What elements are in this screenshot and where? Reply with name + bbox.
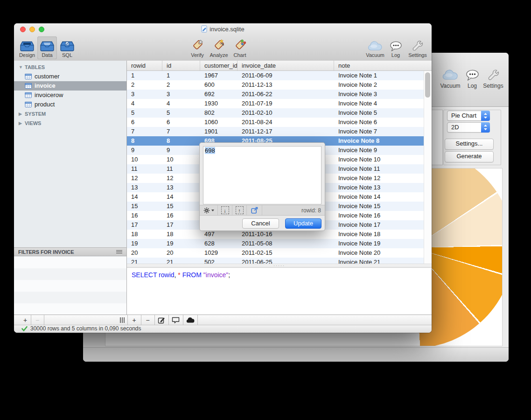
cell-id[interactable]: 1 (162, 71, 200, 80)
cell-note[interactable]: Invoice Note 1 (334, 71, 424, 80)
cell-note[interactable]: Invoice Note 12 (334, 174, 424, 183)
cell-note[interactable]: Invoice Note 15 (334, 202, 424, 211)
pane-resize-grip[interactable] (118, 315, 127, 325)
cell-note[interactable]: Invoice Note 8 (334, 136, 424, 146)
cell-note[interactable]: Invoice Note 5 (334, 108, 424, 118)
cell-invoice-date[interactable]: 2011-08-24 (238, 118, 334, 127)
cell-rowid[interactable]: 7 (127, 127, 162, 136)
table-row[interactable]: 202010292011-02-15Invoice Note 20 (127, 248, 424, 258)
cell-rowid[interactable]: 5 (127, 108, 162, 118)
cell-rowid[interactable]: 3 (127, 90, 162, 99)
cell-id[interactable]: 17 (162, 220, 200, 230)
cell-id[interactable]: 3 (162, 90, 200, 99)
design-button[interactable]: Design (17, 36, 37, 59)
remove-filter-button[interactable]: − (31, 315, 43, 325)
cell-rowid[interactable]: 2 (127, 80, 162, 90)
chart-generate-button[interactable]: Generate (445, 151, 494, 162)
log-button[interactable]: Log (386, 36, 405, 59)
cell-id[interactable]: 15 (162, 202, 200, 211)
column-header-customer-id[interactable]: customer_id (200, 61, 238, 70)
cell-customer-id[interactable]: 628 (200, 239, 238, 248)
cell-customer-id[interactable]: 1901 (200, 127, 238, 136)
vertical-scrollbar[interactable] (424, 71, 432, 264)
update-button[interactable]: Update (285, 218, 321, 229)
cell-customer-id[interactable]: 502 (200, 258, 238, 264)
cell-rowid[interactable]: 15 (127, 202, 162, 211)
disclosure-closed-icon[interactable]: ▶ (19, 109, 22, 119)
import-value-button[interactable]: ↓ (218, 205, 232, 215)
cell-customer-id[interactable]: 802 (200, 108, 238, 118)
cell-id[interactable]: 5 (162, 108, 200, 118)
pane-splitter[interactable]: ····· (127, 264, 432, 268)
edit-row-button[interactable] (155, 315, 168, 325)
cell-note[interactable]: Invoice Note 6 (334, 118, 424, 127)
cell-invoice-date[interactable]: 2011-12-17 (238, 127, 334, 136)
cell-rowid[interactable]: 17 (127, 220, 162, 230)
table-row[interactable]: 226002011-12-13Invoice Note 2 (127, 80, 424, 90)
cell-rowid[interactable]: 11 (127, 164, 162, 174)
cloud-sync-button[interactable] (183, 315, 197, 325)
open-external-button[interactable] (247, 205, 262, 215)
cell-rowid[interactable]: 18 (127, 230, 162, 239)
cell-customer-id[interactable]: 600 (200, 80, 238, 90)
sidebar-item-product[interactable]: product (14, 100, 126, 109)
column-header-note[interactable]: note (334, 61, 432, 70)
cell-id[interactable]: 2 (162, 80, 200, 90)
table-row[interactable]: 1119672011-06-09Invoice Note 1 (127, 71, 424, 80)
cell-id[interactable]: 13 (162, 183, 200, 192)
sidebar-item-invoice[interactable]: invoice (14, 81, 126, 91)
sql-button[interactable]: SQL (57, 36, 77, 59)
cell-note[interactable]: Invoice Note 21 (334, 258, 424, 264)
cell-invoice-date[interactable]: 2011-06-09 (238, 71, 334, 80)
table-row[interactable]: 336922011-06-22Invoice Note 3 (127, 90, 424, 99)
cell-id[interactable]: 20 (162, 248, 200, 258)
cell-invoice-date[interactable]: 2011-12-13 (238, 80, 334, 90)
data-button[interactable]: Data (37, 36, 57, 59)
table-row[interactable]: 6610602011-08-24Invoice Note 6 (127, 118, 424, 127)
cell-id[interactable]: 10 (162, 155, 200, 164)
cell-rowid[interactable]: 16 (127, 211, 162, 220)
cell-note[interactable]: Invoice Note 13 (334, 183, 424, 192)
cell-id[interactable]: 9 (162, 146, 200, 155)
cell-customer-id[interactable]: 497 (200, 230, 238, 239)
cell-id[interactable]: 18 (162, 230, 200, 239)
cell-note[interactable]: Invoice Note 11 (334, 164, 424, 174)
cell-customer-id[interactable]: 1029 (200, 248, 238, 258)
cell-id[interactable]: 16 (162, 211, 200, 220)
cell-note[interactable]: Invoice Note 17 (334, 220, 424, 230)
add-filter-button[interactable]: + (20, 315, 31, 325)
table-row[interactable]: 19196282011-05-08Invoice Note 19 (127, 239, 424, 248)
cell-rowid[interactable]: 8 (127, 136, 162, 146)
cell-rowid[interactable]: 14 (127, 192, 162, 202)
sidebar-item-invoicerow[interactable]: invoicerow (14, 91, 126, 100)
chart-button[interactable]: Chart (230, 36, 250, 59)
cell-id[interactable]: 19 (162, 239, 200, 248)
cell-id[interactable]: 11 (162, 164, 200, 174)
cell-rowid[interactable]: 13 (127, 183, 162, 192)
scrollbar-thumb[interactable] (425, 72, 430, 98)
cell-note[interactable]: Invoice Note 10 (334, 155, 424, 164)
cell-rowid[interactable]: 4 (127, 99, 162, 108)
cell-customer-id[interactable]: 1930 (200, 99, 238, 108)
sidebar-section-views[interactable]: ▶VIEWS (14, 119, 126, 128)
cell-invoice-date[interactable]: 2011-05-08 (238, 239, 334, 248)
cell-invoice-date[interactable]: 2011-10-16 (238, 230, 334, 239)
chart-settings-button[interactable]: Settings... (445, 139, 494, 150)
cell-note[interactable]: Invoice Note 19 (334, 239, 424, 248)
dialog-gear-menu[interactable] (200, 205, 218, 215)
cell-invoice-date[interactable]: 2011-02-10 (238, 108, 334, 118)
cell-invoice-date[interactable]: 2011-07-19 (238, 99, 334, 108)
sidebar-section-tables[interactable]: ▼TABLES (14, 63, 126, 72)
cell-id[interactable]: 4 (162, 99, 200, 108)
cell-customer-id[interactable]: 692 (200, 90, 238, 99)
cell-id[interactable]: 14 (162, 192, 200, 202)
comment-button[interactable] (169, 315, 182, 325)
cell-note[interactable]: Invoice Note 14 (334, 192, 424, 202)
settings-button[interactable]: Settings (405, 36, 430, 59)
add-row-button[interactable]: + (128, 315, 140, 325)
cell-rowid[interactable]: 19 (127, 239, 162, 248)
cell-invoice-date[interactable]: 2011-06-25 (238, 258, 334, 264)
cell-customer-id[interactable]: 1060 (200, 118, 238, 127)
cell-id[interactable]: 12 (162, 174, 200, 183)
table-row[interactable]: 558022011-02-10Invoice Note 5 (127, 108, 424, 118)
